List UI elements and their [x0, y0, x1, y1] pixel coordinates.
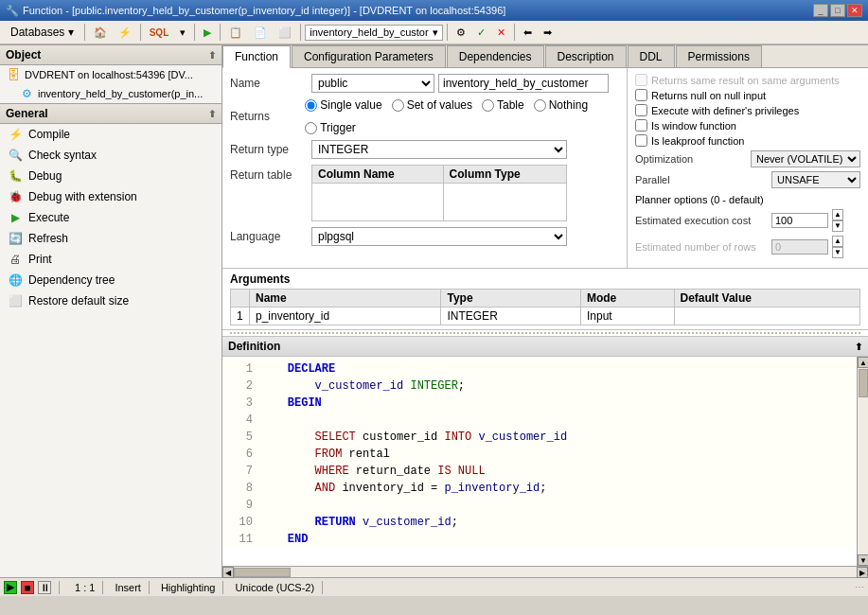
tab-ddl[interactable]: DDL — [628, 45, 675, 67]
radio-table[interactable]: Table — [482, 98, 524, 112]
exec-cost-input[interactable] — [771, 213, 828, 228]
schema-select[interactable]: public — [311, 74, 434, 93]
radio-set-values[interactable]: Set of values — [392, 98, 472, 112]
radio-trigger[interactable]: Trigger — [305, 121, 356, 134]
args-row-1: 1 p_inventory_id INTEGER Input — [231, 308, 860, 325]
cb-null-input-input[interactable] — [635, 89, 647, 101]
tab-description[interactable]: Description — [545, 45, 627, 67]
action-check-syntax[interactable]: 🔍 Check syntax — [0, 145, 221, 166]
radio-set-values-input[interactable] — [392, 99, 404, 112]
radio-trigger-input[interactable] — [305, 122, 317, 134]
radio-table-label: Table — [497, 98, 524, 112]
exec-rows-down[interactable]: ▼ — [832, 247, 843, 258]
scroll-thumb[interactable] — [859, 369, 868, 397]
cb-leakproof-input[interactable] — [635, 134, 647, 147]
pause-status-btn[interactable]: ⏸ — [38, 581, 51, 594]
object-collapse-btn[interactable]: ⬆ — [208, 50, 216, 61]
exec-cost-up[interactable]: ▲ — [832, 209, 843, 220]
db-tree-item[interactable]: 🗄 DVDRENT on localhost:54396 [DV... — [0, 65, 221, 84]
app-icon: 🔧 — [6, 5, 19, 17]
radio-nothing[interactable]: Nothing — [534, 98, 588, 112]
radio-table-input[interactable] — [482, 99, 494, 112]
cb-window-input[interactable] — [635, 119, 647, 132]
line-content-7: WHERE return_date IS NULL — [260, 463, 853, 480]
toolbar-area: Databases ▾ 🏠 ⚡ SQL ▾ ▶ 📋 📄 ⬜ inventory_… — [0, 21, 868, 45]
tb-nav2[interactable]: ➡ — [539, 24, 557, 42]
action-debug-ext[interactable]: 🐞 Debug with extension — [0, 186, 221, 207]
cb-definer-label: Execute with definer's privileges — [651, 105, 799, 116]
radio-single-value[interactable]: Single value — [305, 98, 381, 112]
general-collapse-btn[interactable]: ⬆ — [208, 109, 216, 119]
cb-null-input-label: Returns null on null input — [651, 90, 766, 101]
definition-expand-btn[interactable]: ⬆ — [855, 342, 862, 352]
menubar: Databases ▾ 🏠 ⚡ SQL ▾ ▶ 📋 📄 ⬜ inventory_… — [0, 21, 868, 44]
scroll-h-thumb[interactable] — [234, 568, 291, 577]
tb-b2[interactable]: 📄 — [249, 24, 272, 42]
action-print[interactable]: 🖨 Print — [0, 249, 221, 270]
tb-check[interactable]: ✓ — [472, 24, 490, 42]
compile-label: Compile — [28, 128, 70, 141]
action-debug[interactable]: 🐛 Debug — [0, 166, 221, 186]
action-compile[interactable]: ⚡ Compile — [0, 124, 221, 145]
cb-same-result-input[interactable] — [635, 74, 647, 86]
radio-single-value-input[interactable] — [305, 99, 317, 112]
database-dropdown[interactable]: inventory_held_by_custor ▾ — [305, 25, 442, 41]
tab-permissions[interactable]: Permissions — [676, 45, 762, 67]
maximize-button[interactable]: □ — [830, 4, 845, 17]
func-tree-item[interactable]: ⚙ inventory_held_by_customer(p_in... — [0, 84, 221, 103]
action-refresh[interactable]: 🔄 Refresh — [0, 228, 221, 249]
tb-x1[interactable]: ⚙ — [452, 24, 470, 42]
object-header: Object ⬆ — [0, 45, 221, 65]
tab-function[interactable]: Function — [222, 45, 291, 68]
tb-arrow[interactable]: ▾ — [175, 24, 190, 42]
exec-rows-up[interactable]: ▲ — [832, 236, 843, 247]
tb-b3[interactable]: ⬜ — [274, 24, 296, 42]
function-name-input[interactable] — [438, 74, 609, 93]
tb-sql[interactable]: SQL — [145, 25, 174, 41]
args-row-1-default — [674, 308, 859, 325]
radio-set-values-label: Set of values — [407, 98, 472, 112]
code-line-7: 7 WHERE return_date IS NULL — [226, 463, 853, 480]
sep1 — [140, 24, 141, 41]
scroll-right-btn[interactable]: ▶ — [857, 567, 868, 578]
stop-status-btn[interactable]: ■ — [21, 581, 34, 594]
scroll-up-btn[interactable]: ▲ — [858, 357, 868, 368]
scroll-down-btn[interactable]: ▼ — [858, 554, 868, 566]
exec-rows-input[interactable] — [771, 239, 828, 255]
line-content-3: BEGIN — [260, 395, 853, 412]
tb-flash[interactable]: ⚡ — [114, 24, 136, 42]
close-button[interactable]: ✕ — [847, 4, 862, 17]
code-scrollbar-v[interactable]: ▲ ▼ — [857, 357, 868, 566]
cb-definer-input[interactable] — [635, 104, 647, 116]
optimization-select[interactable]: Never (VOLATILE) — [751, 150, 860, 167]
menu-databases[interactable]: Databases ▾ — [4, 23, 80, 42]
radio-nothing-input[interactable] — [534, 99, 546, 112]
scroll-left-btn[interactable]: ◀ — [222, 567, 234, 578]
general-label: General — [6, 107, 48, 120]
tab-dependencies[interactable]: Dependencies — [447, 45, 544, 67]
tb-stop[interactable]: ✕ — [492, 24, 510, 42]
return-type-select[interactable]: INTEGER — [311, 140, 567, 159]
parallel-select[interactable]: UNSAFE — [771, 171, 860, 188]
action-execute[interactable]: ▶ Execute — [0, 207, 221, 228]
code-scrollbar-h[interactable]: ◀ ▶ — [222, 566, 868, 577]
tb-run[interactable]: ▶ — [199, 24, 216, 42]
return-table-container: Column Name Column Type — [311, 165, 619, 221]
action-restore[interactable]: ⬜ Restore default size — [0, 290, 221, 311]
code-editor[interactable]: 1 DECLARE 2 v_customer_id INTEGER; 3 BEG… — [222, 357, 857, 546]
language-select[interactable]: plpgsql — [311, 227, 567, 246]
restore-label: Restore default size — [28, 294, 129, 308]
exec-cost-down[interactable]: ▼ — [832, 220, 843, 232]
col-type-header: Column Type — [443, 166, 566, 184]
cb-definer: Execute with definer's privileges — [635, 104, 860, 116]
code-line-6: 6 FROM rental — [226, 446, 853, 463]
tab-config-params[interactable]: Configuration Parameters — [292, 45, 446, 67]
run-status-btn[interactable]: ▶ — [4, 581, 17, 594]
window-title: Function - [public.inventory_held_by_cus… — [23, 5, 505, 16]
tb-home[interactable]: 🏠 — [89, 24, 112, 42]
code-line-11: 11 END — [226, 531, 853, 546]
minimize-button[interactable]: _ — [813, 4, 828, 17]
tb-nav1[interactable]: ⬅ — [519, 24, 537, 42]
tb-b1[interactable]: 📋 — [224, 24, 247, 42]
action-dep-tree[interactable]: 🌐 Dependency tree — [0, 270, 221, 290]
